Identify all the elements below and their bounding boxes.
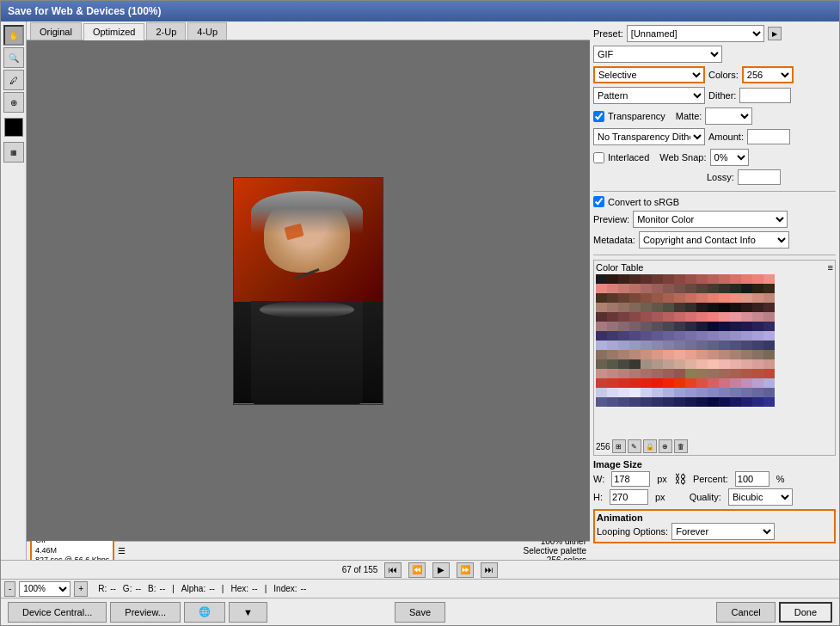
color-cell-179[interactable] bbox=[629, 378, 641, 388]
amount-input[interactable] bbox=[747, 129, 790, 144]
color-cell-212[interactable] bbox=[641, 397, 652, 407]
color-cell-187[interactable] bbox=[719, 378, 730, 388]
dropdown-btn[interactable]: ▼ bbox=[229, 602, 267, 623]
color-cell-91[interactable] bbox=[719, 322, 730, 331]
color-cell-178[interactable] bbox=[618, 378, 629, 388]
preset-options-btn[interactable]: ▶ bbox=[768, 27, 782, 40]
color-cell-159[interactable] bbox=[763, 359, 775, 369]
color-cell-124[interactable] bbox=[730, 341, 741, 350]
color-cell-111[interactable] bbox=[763, 331, 775, 341]
zoom-minus-btn[interactable]: - bbox=[4, 581, 15, 597]
color-cell-78[interactable] bbox=[752, 312, 763, 322]
color-cell-100[interactable] bbox=[641, 331, 652, 341]
color-cell-219[interactable] bbox=[719, 397, 730, 407]
color-cell-34[interactable] bbox=[618, 293, 629, 303]
color-cell-71[interactable] bbox=[674, 312, 685, 322]
color-cell-142[interactable] bbox=[752, 350, 763, 359]
color-cell-30[interactable] bbox=[752, 284, 763, 293]
eyedropper2-tool[interactable]: ⊕ bbox=[3, 92, 24, 113]
color-cell-153[interactable] bbox=[696, 359, 708, 369]
color-cell-83[interactable] bbox=[629, 322, 641, 331]
color-cell-154[interactable] bbox=[708, 359, 719, 369]
color-cell-204[interactable] bbox=[730, 388, 741, 397]
color-cell-173[interactable] bbox=[741, 369, 752, 378]
color-cell-38[interactable] bbox=[663, 293, 674, 303]
color-cell-169[interactable] bbox=[696, 369, 708, 378]
color-cell-132[interactable] bbox=[641, 350, 652, 359]
color-cell-199[interactable] bbox=[674, 388, 685, 397]
color-cell-122[interactable] bbox=[708, 341, 719, 350]
color-cell-35[interactable] bbox=[629, 293, 641, 303]
color-reduction-select[interactable]: Selective bbox=[593, 66, 705, 83]
color-cell-64[interactable] bbox=[596, 312, 607, 322]
zoom-select[interactable]: 100% bbox=[19, 581, 71, 597]
color-cell-168[interactable] bbox=[685, 369, 696, 378]
color-cell-31[interactable] bbox=[763, 284, 775, 293]
color-cell-148[interactable] bbox=[641, 359, 652, 369]
color-cell-79[interactable] bbox=[763, 312, 775, 322]
color-cell-88[interactable] bbox=[685, 322, 696, 331]
tab-original[interactable]: Original bbox=[30, 22, 82, 40]
color-cell-125[interactable] bbox=[741, 341, 752, 350]
color-cell-143[interactable] bbox=[763, 350, 775, 359]
color-cell-54[interactable] bbox=[663, 303, 674, 312]
color-cell-181[interactable] bbox=[652, 378, 663, 388]
save-btn[interactable]: Save bbox=[395, 602, 445, 623]
color-cell-172[interactable] bbox=[730, 369, 741, 378]
tab-optimized[interactable]: Optimized bbox=[83, 23, 145, 40]
h-input[interactable] bbox=[610, 489, 648, 505]
color-cell-18[interactable] bbox=[618, 284, 629, 293]
color-cell-155[interactable] bbox=[719, 359, 730, 369]
format-select[interactable]: GIF bbox=[593, 46, 722, 63]
color-cell-108[interactable] bbox=[730, 331, 741, 341]
dither-value-input[interactable] bbox=[739, 88, 791, 103]
color-cell-194[interactable] bbox=[618, 388, 629, 397]
color-cell-195[interactable] bbox=[629, 388, 641, 397]
color-cell-90[interactable] bbox=[708, 322, 719, 331]
color-cell-69[interactable] bbox=[652, 312, 663, 322]
color-cell-115[interactable] bbox=[629, 341, 641, 350]
color-cell-208[interactable] bbox=[596, 397, 607, 407]
color-cell-193[interactable] bbox=[607, 388, 618, 397]
color-cell-121[interactable] bbox=[696, 341, 708, 350]
color-cell-72[interactable] bbox=[685, 312, 696, 322]
color-cell-201[interactable] bbox=[696, 388, 708, 397]
color-cell-205[interactable] bbox=[741, 388, 752, 397]
color-cell-85[interactable] bbox=[652, 322, 663, 331]
anim-next-btn[interactable]: ⏩ bbox=[457, 562, 474, 578]
color-cell-15[interactable] bbox=[763, 274, 775, 284]
color-cell-176[interactable] bbox=[596, 378, 607, 388]
dither-select[interactable]: Pattern bbox=[593, 87, 705, 104]
color-cell-40[interactable] bbox=[685, 293, 696, 303]
color-table-options-btn[interactable]: ≡ bbox=[828, 262, 833, 273]
trans-dither-select[interactable]: No Transparency Dither bbox=[593, 128, 705, 145]
color-cell-123[interactable] bbox=[719, 341, 730, 350]
color-cell-49[interactable] bbox=[607, 303, 618, 312]
color-cell-214[interactable] bbox=[663, 397, 674, 407]
color-cell-93[interactable] bbox=[741, 322, 752, 331]
color-cell-109[interactable] bbox=[741, 331, 752, 341]
color-cell-163[interactable] bbox=[629, 369, 641, 378]
color-cell-6[interactable] bbox=[663, 274, 674, 284]
color-cell-57[interactable] bbox=[696, 303, 708, 312]
color-cell-77[interactable] bbox=[741, 312, 752, 322]
color-cell-56[interactable] bbox=[685, 303, 696, 312]
color-cell-141[interactable] bbox=[741, 350, 752, 359]
color-cell-198[interactable] bbox=[663, 388, 674, 397]
color-cell-118[interactable] bbox=[663, 341, 674, 350]
zoom-tool[interactable]: 🔍 bbox=[3, 47, 24, 68]
color-cell-5[interactable] bbox=[652, 274, 663, 284]
ct-delete-btn[interactable]: 🗑 bbox=[674, 439, 688, 453]
color-cell-76[interactable] bbox=[730, 312, 741, 322]
color-cell-66[interactable] bbox=[618, 312, 629, 322]
color-cell-147[interactable] bbox=[629, 359, 641, 369]
color-cell-140[interactable] bbox=[730, 350, 741, 359]
color-cell-52[interactable] bbox=[641, 303, 652, 312]
color-cell-127[interactable] bbox=[763, 341, 775, 350]
color-cell-16[interactable] bbox=[596, 284, 607, 293]
anim-prev-btn[interactable]: ⏪ bbox=[408, 562, 426, 578]
color-cell-222[interactable] bbox=[752, 397, 763, 407]
color-cell-221[interactable] bbox=[741, 397, 752, 407]
quality-select[interactable]: Bicubic bbox=[728, 488, 793, 506]
earth-btn[interactable]: 🌐 bbox=[184, 602, 225, 623]
